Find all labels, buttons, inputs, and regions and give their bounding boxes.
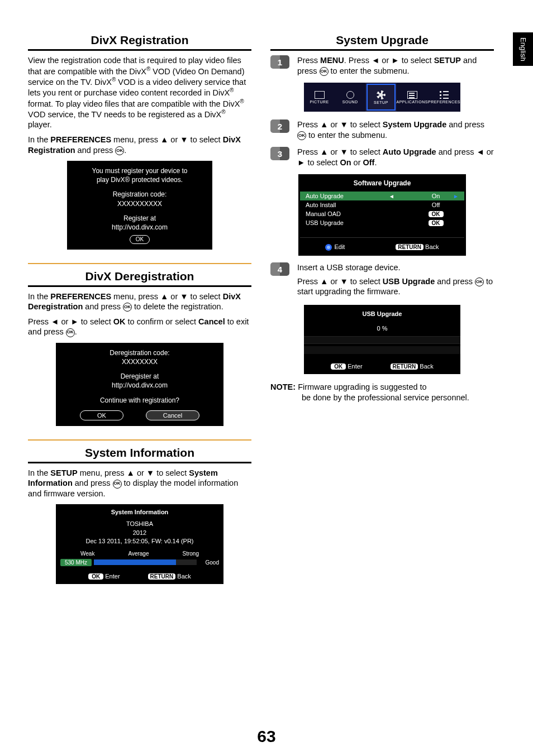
enter-label: Enter — [105, 573, 120, 580]
dereg-code-value: XXXXXXXX — [60, 357, 219, 366]
menu-label: PICTURE — [310, 100, 329, 104]
t: PREFERENCES — [50, 135, 111, 144]
menu-label: SETUP — [374, 101, 388, 104]
dereg-at: Deregister at — [60, 372, 219, 381]
sw-panel-title: Software Upgrade — [300, 176, 464, 192]
t: . Press ◄ or ► to select — [344, 56, 434, 65]
ok-icon: OK — [475, 277, 484, 286]
t: or — [351, 158, 363, 167]
left-arrow-icon: ◄ — [389, 193, 394, 199]
menu-applications[interactable]: APPLICATIONS — [397, 83, 428, 112]
sysinfo-paragraph: In the SETUP menu, press ▲ or ▼ to selec… — [28, 468, 251, 499]
year: 2012 — [56, 529, 223, 537]
ok-enter: OK Enter — [331, 363, 362, 370]
row-auto-upgrade[interactable]: Auto Upgrade ◄ On ► — [300, 192, 464, 200]
row-label: Auto Install — [306, 202, 361, 208]
t: Cancel — [198, 317, 225, 326]
system-upgrade-heading: System Upgrade — [270, 34, 494, 51]
ok-icon: OK — [66, 328, 75, 337]
note-text: Firmware upgrading is suggested to — [296, 382, 427, 391]
signal-strong: Strong — [183, 551, 199, 557]
ok-icon: OK — [320, 67, 329, 76]
continue-question: Continue with registration? — [60, 396, 219, 405]
t: In the — [28, 468, 50, 477]
t: and press — [435, 277, 475, 286]
t: to delete the registration. — [132, 302, 223, 311]
divx-dereg-p1: In the PREFERENCES menu, press ▲ or ▼ to… — [28, 291, 251, 312]
step-number-1: 1 — [270, 55, 289, 69]
enter-label: Enter — [348, 363, 362, 370]
back-label: Back — [177, 573, 191, 580]
t: In the — [28, 135, 50, 144]
register-url: http://vod.divx.com — [72, 223, 208, 232]
ok-enter: OK Enter — [88, 573, 120, 580]
menu-label: APPLICATIONS — [397, 100, 428, 104]
menu-preferences[interactable]: PREFERENCES — [428, 83, 460, 112]
ok-button[interactable]: OK — [130, 235, 150, 244]
t: On — [340, 158, 351, 167]
row-manual-oad[interactable]: Manual OAD OK ► — [300, 209, 464, 218]
divx-dereg-p2: Press ◄ or ► to select OK to confirm or … — [28, 317, 251, 337]
dereg-code-label: Deregistration code: — [60, 348, 219, 357]
row-auto-install[interactable]: Auto Install Off ► — [300, 200, 464, 209]
t: Press ▲ or ▼ to select — [297, 120, 383, 129]
row-label: USB Upgrade — [306, 219, 361, 226]
return-badge: RETURN — [396, 244, 423, 250]
step-number-3: 3 — [270, 147, 289, 160]
usb-upgrade-panel: USB Upgrade 0 % OK Enter RETURN Back — [304, 305, 460, 374]
row-label: Auto Upgrade — [306, 193, 361, 199]
ok-badge: OK — [331, 363, 346, 370]
dereg-url: http://vod.divx.com — [60, 381, 219, 390]
system-information-heading: System Information — [28, 446, 251, 463]
panel-line: play DivX® protected videos. — [72, 175, 208, 184]
edit-hint: Edit — [325, 243, 345, 251]
setup-menu-bar: PICTURE SOUND SETUP APPLICATIONS PREFERE… — [304, 83, 460, 112]
divider — [28, 263, 251, 264]
menu-label: PREFERENCES — [428, 100, 460, 104]
ok-icon: OK — [297, 131, 306, 140]
disc-icon — [325, 244, 332, 251]
step-4: 4 Insert a USB storage device. Press ▲ o… — [270, 262, 494, 297]
t: format. To play video files that are com… — [28, 99, 240, 108]
reg-mark: ® — [240, 98, 244, 104]
t: Press ▲ or ▼ to select — [297, 147, 383, 156]
t: and press — [83, 302, 123, 311]
ok-icon: OK — [115, 146, 124, 155]
t: Off — [363, 158, 375, 167]
t: MENU — [320, 56, 344, 65]
step-2: 2 Press ▲ or ▼ to select System Upgrade … — [270, 119, 494, 140]
row-value: Off — [422, 202, 450, 208]
register-at: Register at — [72, 214, 208, 223]
step-number-4: 4 — [270, 262, 289, 276]
step4-line1: Insert a USB storage device. — [297, 262, 494, 273]
t: to confirm or select — [126, 317, 199, 326]
t: SETUP — [50, 468, 77, 477]
t: USB Upgrade — [383, 277, 435, 286]
t: SETUP — [434, 56, 461, 65]
row-label: Manual OAD — [306, 210, 361, 217]
row-usb-upgrade[interactable]: USB Upgrade OK ► — [300, 218, 464, 227]
return-back: RETURN Back — [391, 363, 434, 370]
left-column: DivX Registration View the registration … — [28, 34, 251, 590]
t: menu, press ▲ or ▼ to select — [78, 468, 189, 477]
sysinfo-panel-title: System Information — [56, 504, 223, 519]
progress-bar-bg — [304, 346, 460, 354]
cancel-button[interactable]: Cancel — [146, 410, 199, 420]
edit-label: Edit — [334, 243, 345, 250]
divx-registration-heading: DivX Registration — [28, 34, 251, 51]
ok-badge: OK — [429, 211, 444, 217]
frequency: 530 MHz — [60, 559, 92, 566]
t: Auto Upgrade — [383, 147, 436, 156]
divx-deregistration-heading: DivX Deregistration — [28, 270, 251, 287]
t: Press ▲ or ▼ to select — [297, 277, 383, 286]
step-number-2: 2 — [270, 119, 289, 133]
t: OK — [113, 317, 126, 326]
menu-picture[interactable]: PICTURE — [304, 83, 335, 112]
return-badge: RETURN — [148, 573, 176, 580]
signal-bar — [94, 559, 197, 565]
divx-dereg-panel: Deregistration code: XXXXXXXX Deregister… — [56, 343, 223, 426]
menu-sound[interactable]: SOUND — [335, 83, 365, 112]
t: to enter the submenu. — [329, 66, 410, 75]
ok-button[interactable]: OK — [80, 410, 123, 420]
menu-setup[interactable]: SETUP — [365, 83, 396, 112]
